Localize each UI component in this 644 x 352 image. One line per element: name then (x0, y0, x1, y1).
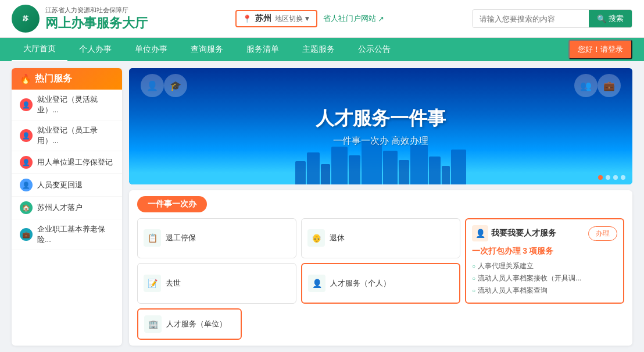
service-item-death[interactable]: 📝 去世 (137, 263, 296, 304)
location-pin-icon: 📍 (242, 15, 252, 23)
yijian-button[interactable]: 一件事一次办 (137, 196, 207, 212)
search-button[interactable]: 🔍 搜索 (589, 10, 632, 27)
header-center: 📍 苏州 地区切换 ▼ 省人社门户网站 ↗ (235, 10, 385, 27)
logo-subtitle: 江苏省人力资源和社会保障厅 (45, 6, 148, 15)
employment-regular-icon: 👤 (20, 129, 33, 142)
talent-panel-icon: 👤 (472, 225, 488, 241)
office-button[interactable]: 办理 (588, 226, 617, 241)
sidebar-item-pension[interactable]: 💼 企业职工基本养老保险... (12, 219, 122, 250)
service-item-retire[interactable]: 👴 退休 (301, 218, 460, 258)
login-button[interactable]: 您好！请登录 (568, 40, 632, 59)
nav-item-home[interactable]: 大厅首页 (12, 38, 67, 61)
pension-icon: 💼 (20, 228, 33, 241)
nav-item-notice[interactable]: 公示公告 (346, 38, 402, 61)
logo-area: 苏 江苏省人力资源和社会保障厅 网上办事服务大厅 (12, 5, 148, 33)
sidebar-item-unit-exit[interactable]: 👤 用人单位退工停保登记 (12, 151, 122, 174)
header-right: 🔍 搜索 (472, 9, 632, 28)
service-count-label: 一次打包办理 3 项服务 (472, 246, 617, 257)
nav-item-query[interactable]: 查询服务 (179, 38, 235, 61)
sidebar-item-employment-regular[interactable]: 👤 就业登记（员工录用）... (12, 120, 122, 151)
dot-3[interactable] (613, 175, 618, 180)
sidebar-item-employment-flex[interactable]: 👤 就业登记（灵活就业）... (12, 90, 122, 120)
dot-1[interactable] (598, 175, 603, 180)
service-item-death-label: 去世 (166, 278, 181, 289)
list-item[interactable]: 人事代理关系建立 (472, 260, 617, 272)
search-box: 🔍 搜索 (472, 9, 632, 28)
talent-settle-icon: 🏠 (20, 201, 33, 214)
service-area: 一件事一次办 📋 退工停保 👴 退休 📝 去世 (129, 190, 632, 346)
banner-subtitle: 一件事一次办 高效办理 (316, 135, 446, 147)
death-icon: 📝 (144, 275, 161, 292)
external-link-icon: ↗ (378, 15, 384, 23)
service-item-talent-unit[interactable]: 🏢 人才服务（单位） (137, 308, 242, 340)
service-item-exit-insurance[interactable]: 📋 退工停保 (137, 218, 296, 258)
unit-exit-icon: 👤 (20, 156, 33, 169)
search-icon: 🔍 (597, 15, 606, 23)
nav-item-unit[interactable]: 单位办事 (123, 38, 179, 61)
service-item-talent-personal-label: 人才服务（个人） (330, 278, 391, 289)
logo-title: 网上办事服务大厅 (45, 15, 148, 32)
personnel-change-icon: 👤 (20, 179, 33, 191)
hot-services-sidebar: 🔥 热门服务 👤 就业登记（灵活就业）... 👤 就业登记（员工录用）... 👤… (12, 68, 122, 346)
main-nav: 大厅首页 个人办事 单位办事 查询服务 服务清单 主题服务 公示公告 您好！请登… (0, 38, 644, 61)
talent-personal-icon: 👤 (308, 275, 325, 292)
bottom-service-item: 🏢 人才服务（单位） (137, 308, 242, 340)
banner-dots (598, 175, 625, 180)
content-area: 👤 🎓 👥 💼 人才服务一件事 一件事一次办 高效办理 一件事一次办 (129, 68, 632, 346)
talent-panel-title: 我要我要人才服务 (491, 228, 556, 239)
portal-link[interactable]: 省人社门户网站 ↗ (323, 13, 384, 24)
talent-panel-keyword: 我要人才服务 (507, 228, 556, 237)
banner-icons: 👤 🎓 👥 💼 (129, 74, 632, 97)
sidebar-header: 🔥 热门服务 (12, 68, 122, 90)
talent-service-header: 👤 我要我要人才服务 办理 (472, 225, 617, 241)
dot-4[interactable] (621, 175, 625, 180)
service-item-exit-label: 退工停保 (166, 233, 196, 243)
banner-icon-2: 🎓 (164, 74, 187, 97)
location-selector[interactable]: 📍 苏州 地区切换 ▼ (235, 10, 318, 27)
nav-item-list[interactable]: 服务清单 (235, 38, 291, 61)
sidebar-item-personnel-change[interactable]: 👤 人员变更回退 (12, 174, 122, 197)
service-grid: 📋 退工停保 👴 退休 📝 去世 👤 人才服务（个人） (137, 218, 624, 304)
sidebar-item-talent-settle[interactable]: 🏠 苏州人才落户 (12, 197, 122, 219)
search-input[interactable] (473, 11, 589, 27)
service-links-list: 人事代理关系建立 流动人员人事档案接收（开具调... 流动人员人事档案查询 (472, 260, 617, 297)
banner-title: 人才服务一件事 (316, 106, 446, 131)
main-content: 🔥 热门服务 👤 就业登记（灵活就业）... 👤 就业登记（员工录用）... 👤… (0, 61, 644, 352)
service-item-retire-label: 退休 (330, 233, 345, 243)
talent-unit-icon: 🏢 (144, 315, 162, 333)
dot-2[interactable] (606, 175, 610, 180)
banner-icon-4: 💼 (598, 74, 621, 97)
service-items-left: 📋 退工停保 👴 退休 📝 去世 👤 人才服务（个人） (137, 218, 460, 304)
banner-text: 人才服务一件事 一件事一次办 高效办理 (316, 106, 446, 147)
nav-item-personal[interactable]: 个人办事 (67, 38, 123, 61)
exit-insurance-icon: 📋 (144, 229, 161, 247)
employment-flex-icon: 👤 (20, 98, 33, 111)
list-item[interactable]: 流动人员人事档案查询 (472, 285, 617, 297)
service-item-talent-unit-label: 人才服务（单位） (166, 319, 227, 329)
talent-service-right-panel: 👤 我要我要人才服务 办理 一次打包办理 3 项服务 人事代理关系建立 流动人员… (465, 218, 624, 304)
logo-text: 江苏省人力资源和社会保障厅 网上办事服务大厅 (45, 6, 148, 32)
list-item[interactable]: 流动人员人事档案接收（开具调... (472, 272, 617, 285)
header: 苏 江苏省人力资源和社会保障厅 网上办事服务大厅 📍 苏州 地区切换 ▼ 省人社… (0, 0, 644, 38)
sidebar-header-label: 热门服务 (35, 73, 72, 85)
location-city: 苏州 (255, 13, 271, 24)
retire-icon: 👴 (307, 229, 325, 247)
hero-banner[interactable]: 👤 🎓 👥 💼 人才服务一件事 一件事一次办 高效办理 (129, 68, 632, 184)
fire-icon: 🔥 (20, 73, 31, 84)
service-item-talent-personal[interactable]: 👤 人才服务（个人） (301, 263, 460, 304)
location-switch-btn[interactable]: 地区切换 ▼ (275, 14, 311, 24)
banner-icon-3: 👥 (574, 74, 598, 97)
chevron-down-icon: ▼ (304, 15, 311, 23)
logo-icon: 苏 (12, 5, 40, 33)
banner-icon-1: 👤 (141, 74, 164, 97)
nav-item-theme[interactable]: 主题服务 (291, 38, 346, 61)
